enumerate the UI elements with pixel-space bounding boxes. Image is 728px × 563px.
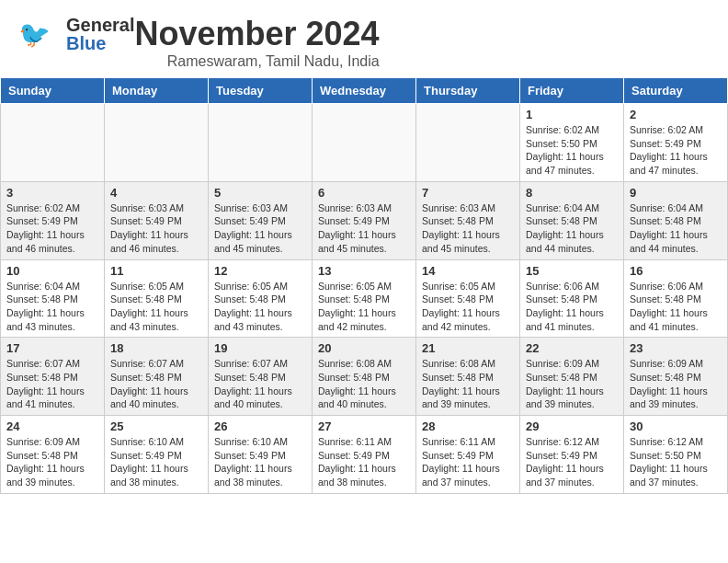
day-number: 28 — [422, 419, 514, 433]
day-info: Sunrise: 6:07 AM Sunset: 5:48 PM Dayligh… — [214, 357, 306, 411]
day-info: Sunrise: 6:03 AM Sunset: 5:49 PM Dayligh… — [214, 201, 306, 256]
logo-text: General Blue — [66, 15, 134, 53]
day-info: Sunrise: 6:10 AM Sunset: 5:49 PM Dayligh… — [110, 435, 202, 489]
day-number: 10 — [6, 264, 98, 278]
day-info: Sunrise: 6:05 AM Sunset: 5:48 PM Dayligh… — [318, 280, 410, 334]
day-cell: 9Sunrise: 6:04 AM Sunset: 5:48 PM Daylig… — [624, 181, 728, 259]
week-row-5: 24Sunrise: 6:09 AM Sunset: 5:48 PM Dayli… — [1, 416, 728, 494]
day-number: 8 — [526, 186, 618, 200]
day-number: 6 — [318, 186, 410, 200]
day-info: Sunrise: 6:07 AM Sunset: 5:48 PM Dayligh… — [110, 357, 202, 411]
svg-text:🐦: 🐦 — [18, 19, 51, 50]
day-info: Sunrise: 6:08 AM Sunset: 5:48 PM Dayligh… — [318, 357, 410, 411]
day-number: 5 — [214, 186, 306, 200]
day-number: 1 — [526, 108, 618, 121]
weekday-header-saturday: Saturday — [624, 78, 728, 104]
day-number: 24 — [6, 419, 98, 433]
day-number: 26 — [214, 419, 306, 433]
day-number: 14 — [422, 264, 514, 278]
day-number: 16 — [630, 264, 722, 278]
day-number: 18 — [110, 341, 202, 355]
week-row-1: 1Sunrise: 6:02 AM Sunset: 5:50 PM Daylig… — [1, 104, 728, 182]
weekday-header-wednesday: Wednesday — [313, 78, 416, 104]
day-number: 9 — [630, 186, 722, 200]
day-cell: 20Sunrise: 6:08 AM Sunset: 5:48 PM Dayli… — [313, 338, 416, 416]
day-number: 29 — [526, 419, 618, 433]
day-info: Sunrise: 6:03 AM Sunset: 5:49 PM Dayligh… — [110, 201, 202, 256]
day-cell: 22Sunrise: 6:09 AM Sunset: 5:48 PM Dayli… — [520, 338, 624, 416]
day-number: 11 — [110, 264, 202, 278]
day-number: 3 — [6, 186, 98, 200]
day-info: Sunrise: 6:02 AM Sunset: 5:50 PM Dayligh… — [526, 123, 618, 178]
day-number: 17 — [6, 341, 98, 355]
day-number: 25 — [110, 419, 202, 433]
weekday-header-monday: Monday — [105, 78, 209, 104]
day-cell — [313, 104, 416, 182]
day-info: Sunrise: 6:09 AM Sunset: 5:48 PM Dayligh… — [526, 357, 618, 411]
logo-blue: Blue — [66, 33, 106, 53]
page-container: 🐦 General Blue November 2024 Rameswaram,… — [0, 0, 728, 494]
day-info: Sunrise: 6:03 AM Sunset: 5:49 PM Dayligh… — [318, 201, 410, 256]
weekday-header-tuesday: Tuesday — [209, 78, 313, 104]
day-cell: 4Sunrise: 6:03 AM Sunset: 5:49 PM Daylig… — [105, 181, 209, 259]
day-cell: 2Sunrise: 6:02 AM Sunset: 5:49 PM Daylig… — [624, 104, 728, 182]
day-cell: 29Sunrise: 6:12 AM Sunset: 5:49 PM Dayli… — [520, 416, 624, 494]
day-info: Sunrise: 6:04 AM Sunset: 5:48 PM Dayligh… — [6, 280, 98, 334]
day-info: Sunrise: 6:06 AM Sunset: 5:48 PM Dayligh… — [526, 280, 618, 334]
day-cell — [105, 104, 209, 182]
day-cell — [209, 104, 313, 182]
day-cell: 18Sunrise: 6:07 AM Sunset: 5:48 PM Dayli… — [105, 338, 209, 416]
day-cell: 28Sunrise: 6:11 AM Sunset: 5:49 PM Dayli… — [416, 416, 520, 494]
day-info: Sunrise: 6:09 AM Sunset: 5:48 PM Dayligh… — [630, 357, 722, 411]
day-cell: 17Sunrise: 6:07 AM Sunset: 5:48 PM Dayli… — [1, 338, 105, 416]
day-cell — [416, 104, 520, 182]
day-number: 12 — [214, 264, 306, 278]
day-cell: 7Sunrise: 6:03 AM Sunset: 5:48 PM Daylig… — [416, 181, 520, 259]
day-info: Sunrise: 6:03 AM Sunset: 5:48 PM Dayligh… — [422, 201, 514, 256]
day-info: Sunrise: 6:02 AM Sunset: 5:49 PM Dayligh… — [6, 201, 98, 256]
day-cell: 13Sunrise: 6:05 AM Sunset: 5:48 PM Dayli… — [313, 259, 416, 338]
day-info: Sunrise: 6:12 AM Sunset: 5:50 PM Dayligh… — [630, 435, 722, 489]
header: 🐦 General Blue November 2024 Rameswaram,… — [0, 0, 728, 77]
day-cell: 14Sunrise: 6:05 AM Sunset: 5:48 PM Dayli… — [416, 259, 520, 338]
day-number: 23 — [630, 341, 722, 355]
day-number: 15 — [526, 264, 618, 278]
day-info: Sunrise: 6:04 AM Sunset: 5:48 PM Dayligh… — [630, 201, 722, 256]
day-cell — [1, 104, 105, 182]
logo-bird-icon: 🐦 — [18, 16, 63, 52]
weekday-header-friday: Friday — [520, 78, 624, 104]
day-cell: 30Sunrise: 6:12 AM Sunset: 5:50 PM Dayli… — [624, 416, 728, 494]
week-row-3: 10Sunrise: 6:04 AM Sunset: 5:48 PM Dayli… — [1, 259, 728, 338]
day-number: 20 — [318, 341, 410, 355]
day-info: Sunrise: 6:10 AM Sunset: 5:49 PM Dayligh… — [214, 435, 306, 489]
title-section: November 2024 Rameswaram, Tamil Nadu, In… — [134, 15, 379, 70]
day-number: 13 — [318, 264, 410, 278]
day-number: 22 — [526, 341, 618, 355]
day-number: 7 — [422, 186, 514, 200]
day-cell: 6Sunrise: 6:03 AM Sunset: 5:49 PM Daylig… — [313, 181, 416, 259]
day-info: Sunrise: 6:11 AM Sunset: 5:49 PM Dayligh… — [422, 435, 514, 489]
day-info: Sunrise: 6:12 AM Sunset: 5:49 PM Dayligh… — [526, 435, 618, 489]
day-cell: 19Sunrise: 6:07 AM Sunset: 5:48 PM Dayli… — [209, 338, 313, 416]
day-info: Sunrise: 6:09 AM Sunset: 5:48 PM Dayligh… — [6, 435, 98, 489]
day-cell: 1Sunrise: 6:02 AM Sunset: 5:50 PM Daylig… — [520, 104, 624, 182]
day-cell: 10Sunrise: 6:04 AM Sunset: 5:48 PM Dayli… — [1, 259, 105, 338]
day-info: Sunrise: 6:07 AM Sunset: 5:48 PM Dayligh… — [6, 357, 98, 411]
day-cell: 5Sunrise: 6:03 AM Sunset: 5:49 PM Daylig… — [209, 181, 313, 259]
day-info: Sunrise: 6:02 AM Sunset: 5:49 PM Dayligh… — [630, 123, 722, 178]
day-cell: 11Sunrise: 6:05 AM Sunset: 5:48 PM Dayli… — [105, 259, 209, 338]
day-cell: 16Sunrise: 6:06 AM Sunset: 5:48 PM Dayli… — [624, 259, 728, 338]
location: Rameswaram, Tamil Nadu, India — [134, 53, 379, 70]
calendar: SundayMondayTuesdayWednesdayThursdayFrid… — [0, 77, 728, 494]
day-info: Sunrise: 6:11 AM Sunset: 5:49 PM Dayligh… — [318, 435, 410, 489]
weekday-header-row: SundayMondayTuesdayWednesdayThursdayFrid… — [1, 78, 728, 104]
day-cell: 21Sunrise: 6:08 AM Sunset: 5:48 PM Dayli… — [416, 338, 520, 416]
logo-general: General — [66, 15, 134, 35]
week-row-4: 17Sunrise: 6:07 AM Sunset: 5:48 PM Dayli… — [1, 338, 728, 416]
day-info: Sunrise: 6:08 AM Sunset: 5:48 PM Dayligh… — [422, 357, 514, 411]
day-info: Sunrise: 6:04 AM Sunset: 5:48 PM Dayligh… — [526, 201, 618, 256]
day-cell: 3Sunrise: 6:02 AM Sunset: 5:49 PM Daylig… — [1, 181, 105, 259]
day-number: 19 — [214, 341, 306, 355]
weekday-header-thursday: Thursday — [416, 78, 520, 104]
day-cell: 27Sunrise: 6:11 AM Sunset: 5:49 PM Dayli… — [313, 416, 416, 494]
